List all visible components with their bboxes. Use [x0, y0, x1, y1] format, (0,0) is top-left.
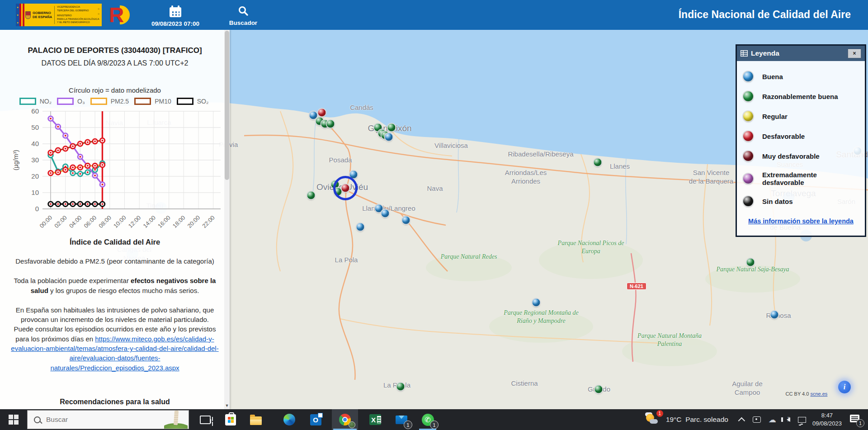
legend-more-info-link[interactable]: Más información sobre la leyenda [737, 217, 865, 225]
svg-text:12:00: 12:00 [127, 214, 142, 230]
network-icon [798, 417, 806, 423]
microsoft-store-button[interactable] [221, 409, 241, 430]
map-place-label: Nava [427, 184, 443, 193]
map-place-label: Villaviciosa [434, 142, 468, 150]
spain-flag-strip [19, 4, 24, 26]
start-button[interactable] [4, 409, 24, 430]
legend-item: Sin datos [737, 191, 865, 211]
excel-button[interactable]: X [365, 409, 385, 430]
excel-icon: X [369, 414, 381, 425]
station-marker[interactable] [385, 133, 393, 141]
station-marker[interactable] [318, 109, 326, 117]
weather-text[interactable]: 19°C Parc. soleado [666, 416, 728, 424]
search-icon [34, 416, 41, 423]
panel-scrollbar[interactable]: ▼ [224, 30, 230, 409]
decorative-stars: ★★ [97, 6, 100, 16]
mail-button[interactable]: 1 [392, 409, 411, 430]
map-place-label: Parque Nacional Picos de Europa [558, 239, 624, 255]
station-marker[interactable] [402, 217, 410, 224]
station-marker[interactable] [357, 223, 364, 231]
taskbar-search-box[interactable] [27, 410, 189, 429]
map-place-label: Ribadesella/Ribeseya [508, 150, 573, 159]
search-input[interactable] [45, 415, 146, 424]
station-marker[interactable] [595, 386, 603, 393]
edge-icon [283, 414, 295, 425]
station-marker[interactable] [771, 311, 778, 319]
series-swatch-icon [134, 98, 151, 105]
station-marker[interactable] [382, 210, 389, 217]
map-place-label: Reinosa [766, 312, 791, 320]
edge-button[interactable] [279, 409, 299, 430]
station-marker[interactable] [747, 259, 755, 266]
show-hidden-icons-button[interactable] [740, 417, 745, 422]
task-view-button[interactable] [195, 409, 215, 430]
legend-close-button[interactable]: × [848, 49, 861, 58]
station-marker[interactable] [594, 159, 602, 166]
recovery-plan-logo[interactable]: R [108, 3, 132, 27]
station-marker[interactable] [307, 192, 315, 199]
station-marker[interactable] [397, 383, 405, 391]
pollutants-chart: 010203040506000:0002:0004:0006:0008:0010… [11, 105, 219, 236]
legend-color-ball-icon [743, 131, 753, 141]
legend-item-label: Desfavorable [762, 132, 805, 140]
legend-title: Leyenda [751, 49, 779, 57]
mail-badge: 1 [404, 421, 412, 429]
government-logo[interactable]: ★★★ GOBIERNO DE ESPAÑA VICEPRESIDENCIA T… [16, 4, 102, 26]
station-marker[interactable] [327, 120, 335, 128]
chrome-button[interactable] [332, 409, 358, 430]
cast-tray-button[interactable] [753, 416, 761, 423]
legend-color-ball-icon [743, 196, 753, 206]
scroll-down-arrow[interactable]: ▼ [224, 402, 230, 409]
clock[interactable]: 8:47 09/08/2023 [812, 411, 842, 427]
legend-item-label: Buena [762, 73, 783, 80]
recommendations-heading: Recomendaciones para la salud [11, 398, 219, 406]
notification-center-button[interactable]: 1 [849, 413, 863, 426]
weather-badge: 1 [656, 410, 663, 417]
whatsapp-badge: 1 [430, 421, 439, 429]
station-marker[interactable] [310, 112, 317, 119]
attribution-link[interactable]: scne.es [810, 391, 827, 397]
series-label: PM10 [155, 98, 171, 105]
onedrive-tray-button[interactable]: ☁ [769, 416, 776, 424]
legend-panel: Leyenda × BuenaRazonablemente buenaRegul… [736, 44, 866, 237]
legend-item-label: Muy desfavorable [762, 152, 820, 160]
road-number-badge: N-621 [627, 283, 646, 290]
svg-text:50: 50 [31, 123, 39, 131]
svg-text:(µg/m³): (µg/m³) [12, 150, 19, 170]
buscador-label: Buscador [224, 19, 262, 26]
svg-text:20:00: 20:00 [186, 214, 202, 230]
clock-time: 8:47 [812, 411, 842, 420]
onedrive-cloud-icon: ☁ [769, 416, 776, 424]
file-explorer-button[interactable] [246, 409, 266, 430]
search-icon [238, 5, 249, 16]
whatsapp-button[interactable]: ✆ 1 [418, 409, 438, 430]
legend-color-ball-icon [743, 111, 753, 121]
svg-text:40: 40 [31, 140, 39, 147]
page-title: Índice Nacional de Calidad del Aire [679, 9, 851, 21]
volume-tray-button[interactable] [787, 417, 790, 422]
folder-icon [250, 416, 262, 425]
svg-text:14:00: 14:00 [142, 214, 157, 230]
desktop: CandásGijón/XixónVillaviciosaRibadesella… [0, 0, 868, 430]
map-place-label: Parque Natural Redes [441, 253, 497, 261]
weather-widget[interactable]: 1 [645, 412, 662, 427]
buscador-widget[interactable]: Buscador [224, 5, 262, 26]
legend-color-ball-icon [743, 174, 753, 184]
series-swatch-icon [177, 98, 193, 105]
chart-legend: NO₂O₃PM2.5PM10SO₂ [11, 98, 219, 105]
legend-item: Regular [737, 106, 865, 126]
outlook-button[interactable]: O [306, 409, 326, 430]
station-marker[interactable] [388, 124, 396, 132]
network-tray-button[interactable] [798, 417, 806, 423]
info-button[interactable]: i [838, 381, 851, 393]
aqi-description: Desfavorable debido a PM2.5 (peor contam… [11, 256, 219, 266]
date-picker-widget[interactable]: 09/08/2023 07:00 [147, 5, 203, 27]
legend-color-ball-icon [743, 71, 753, 81]
station-marker[interactable] [533, 299, 540, 307]
chevron-up-icon [738, 417, 745, 424]
task-view-icon [200, 416, 211, 424]
scrollbar-thumb[interactable] [225, 31, 229, 180]
legend-item: Extremadamente desfavorable [737, 166, 865, 191]
svg-text:16:00: 16:00 [156, 214, 172, 230]
health-effects-paragraph: Toda la población puede experimentar efe… [11, 276, 219, 295]
